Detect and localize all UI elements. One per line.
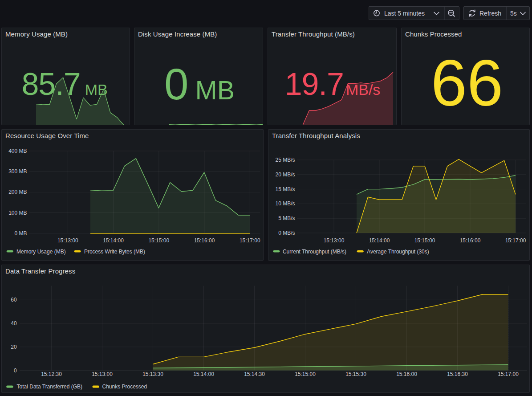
svg-text:15:15:00: 15:15:00 [414,237,435,244]
svg-text:400 MB: 400 MB [8,148,27,154]
svg-text:15:17:00: 15:17:00 [240,237,260,244]
svg-text:20 MB/s: 20 MB/s [275,171,295,178]
svg-text:0: 0 [14,367,17,374]
svg-text:Chunks Processed: Chunks Processed [102,384,147,390]
svg-text:40: 40 [11,320,17,327]
svg-text:15:16:00: 15:16:00 [396,371,417,377]
svg-text:Last 5 minutes: Last 5 minutes [384,10,425,17]
svg-text:15 MB/s: 15 MB/s [275,186,295,192]
svg-text:0 MB/s: 0 MB/s [278,230,295,236]
svg-text:Average Throughput (30s): Average Throughput (30s) [367,249,429,255]
svg-text:Refresh: Refresh [479,10,501,17]
svg-text:Current Throughput (MB/s): Current Throughput (MB/s) [283,249,346,255]
svg-text:85.7MB: 85.7MB [21,67,107,102]
svg-text:15:13:00: 15:13:00 [57,237,78,244]
svg-text:15:12:30: 15:12:30 [41,371,62,377]
svg-text:15:17:00: 15:17:00 [505,237,526,244]
svg-text:10 MB/s: 10 MB/s [275,200,295,207]
svg-text:15:16:00: 15:16:00 [460,237,481,244]
svg-text:15:15:00: 15:15:00 [148,237,169,244]
svg-text:15:15:30: 15:15:30 [345,371,366,377]
svg-text:300 MB: 300 MB [8,168,27,175]
svg-text:15:14:00: 15:14:00 [103,237,124,244]
svg-text:Process Write Bytes (MB): Process Write Bytes (MB) [84,249,145,255]
svg-text:15:16:00: 15:16:00 [194,237,215,244]
svg-text:66: 66 [431,47,503,119]
svg-text:100 MB: 100 MB [8,210,27,216]
svg-text:15:17:00: 15:17:00 [498,371,519,377]
svg-text:Memory Usage (MB): Memory Usage (MB) [16,249,66,255]
svg-text:0 MB: 0 MB [14,230,27,237]
svg-text:200 MB: 200 MB [8,189,27,195]
svg-text:15:16:30: 15:16:30 [447,371,468,377]
svg-text:5 MB/s: 5 MB/s [278,215,295,221]
svg-text:60: 60 [11,297,17,303]
svg-text:15:13:00: 15:13:00 [92,371,113,377]
svg-text:20: 20 [11,344,17,350]
svg-text:15:13:30: 15:13:30 [142,371,163,377]
svg-text:15:14:30: 15:14:30 [244,371,265,377]
svg-text:15:13:00: 15:13:00 [324,237,345,244]
svg-text:15:15:00: 15:15:00 [295,371,316,377]
svg-text:0MB: 0MB [164,60,235,109]
svg-text:15:14:00: 15:14:00 [369,237,390,244]
svg-text:15:14:00: 15:14:00 [193,371,214,377]
svg-text:19.7MB/s: 19.7MB/s [285,67,381,102]
svg-text:Total Data Transferred (GB): Total Data Transferred (GB) [17,384,82,390]
svg-text:25 MB/s: 25 MB/s [275,157,295,163]
svg-text:5s: 5s [510,10,517,17]
